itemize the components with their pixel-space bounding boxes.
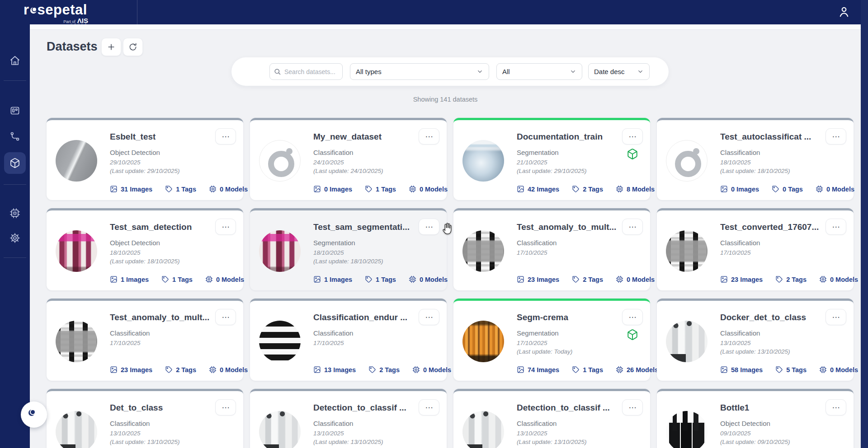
card-menu-button[interactable]: ⋯ [419, 219, 439, 235]
plus-icon [107, 42, 116, 51]
sidebar-item-settings[interactable] [4, 227, 26, 249]
tags-count: 2 Tags [786, 276, 807, 283]
tags-stat: 1 Tags [365, 185, 396, 193]
dataset-card[interactable]: Test_sam_detection ⋯ Object Detection 18… [47, 208, 243, 290]
card-menu-button[interactable]: ⋯ [419, 309, 439, 325]
dataset-card[interactable]: Detection_to_classif ... ⋯ Classificatio… [453, 389, 650, 448]
dataset-last-update: (Last update: 13/10/2025) [313, 439, 383, 445]
models-count: 26 Models [627, 366, 658, 373]
refresh-button[interactable] [123, 38, 143, 56]
dataset-type: Classification [110, 329, 150, 337]
card-menu-button[interactable]: ⋯ [215, 309, 236, 325]
add-dataset-button[interactable] [101, 38, 121, 56]
dataset-title: Detection_to_classif ... [313, 403, 406, 413]
scope-filter-select[interactable]: All [496, 63, 582, 80]
dataset-card[interactable]: Esbelt_test ⋯ Object Detection 29/10/202… [47, 118, 243, 200]
dataset-date: 29/10/2025 [110, 159, 141, 166]
type-filter-select[interactable]: All types [350, 63, 489, 80]
refresh-icon [128, 42, 137, 51]
dataset-card[interactable]: Detection_to_classif ... ⋯ Classificatio… [250, 389, 447, 448]
card-menu-button[interactable]: ⋯ [826, 399, 846, 415]
sidebar-item-models[interactable] [4, 202, 26, 224]
dataset-type: Classification [313, 149, 353, 156]
user-account-button[interactable] [836, 5, 852, 20]
sidebar-item-workflows[interactable] [4, 126, 26, 147]
images-stat: 74 Images [517, 366, 559, 373]
dataset-card[interactable]: Test_autoclassificat ... ⋯ Classificatio… [657, 118, 854, 200]
card-menu-button[interactable]: ⋯ [826, 309, 846, 325]
dataset-last-update: (Last update: 13/10/2025) [720, 348, 790, 355]
home-icon [9, 55, 20, 66]
search-box[interactable] [269, 63, 343, 80]
dataset-card[interactable]: Test_converted_17607... ⋯ Classification… [657, 208, 854, 290]
scrollbar[interactable] [861, 0, 868, 448]
dataset-type: Classification [110, 420, 150, 427]
tags-count: 1 Tags [376, 186, 396, 193]
dataset-card[interactable]: Documentation_train ⋯ Segmentation 21/10… [453, 118, 650, 200]
sort-select[interactable]: Date desc [588, 63, 650, 80]
floating-brand-button[interactable] [21, 401, 47, 428]
images-count: 0 Images [731, 186, 759, 193]
sort-value: Date desc [594, 68, 625, 75]
models-stat: 26 Models [616, 366, 658, 373]
card-menu-button[interactable]: ⋯ [215, 128, 236, 145]
dataset-title: Bottle1 [720, 403, 749, 413]
dataset-thumbnail [259, 411, 301, 448]
dataset-card[interactable]: Test_anomaly_to_mult... ⋯ Classification… [453, 208, 650, 290]
dataset-card[interactable]: Test_anomaly_to_mult... ⋯ Classification… [47, 299, 243, 381]
dataset-stats: 74 Images 1 Tags 26 Models [517, 366, 658, 373]
page-title: Datasets [47, 40, 98, 54]
dataset-type: Object Detection [110, 239, 160, 247]
chevron-down-icon [476, 68, 483, 75]
tag-icon [365, 185, 373, 193]
card-menu-button[interactable]: ⋯ [826, 128, 846, 145]
model-chip-icon [209, 366, 217, 373]
dataset-title: Test_anomaly_to_mult... [110, 313, 209, 322]
search-input[interactable] [284, 68, 339, 75]
dataset-type: Classification [313, 329, 353, 337]
images-count: 31 Images [121, 186, 152, 193]
cube-icon [9, 158, 20, 168]
dataset-card[interactable]: Segm-crema ⋯ Segmentation 17/10/2025 (La… [453, 299, 650, 381]
card-menu-button[interactable]: ⋯ [622, 128, 643, 145]
card-menu-button[interactable]: ⋯ [215, 399, 236, 415]
dataset-card[interactable]: Bottle1 ⋯ Object Detection 09/10/2025 (L… [657, 389, 854, 448]
card-menu-button[interactable]: ⋯ [622, 399, 643, 415]
tag-icon [572, 275, 580, 283]
chevron-down-icon [637, 68, 644, 75]
card-menu-button[interactable]: ⋯ [419, 399, 439, 415]
dataset-card[interactable]: Docker_det_to_class ⋯ Classification 13/… [657, 299, 854, 381]
dataset-thumbnail [259, 321, 301, 362]
card-menu-button[interactable]: ⋯ [215, 219, 236, 235]
dataset-thumbnail [462, 230, 504, 272]
models-count: 0 Models [627, 276, 655, 283]
models-stat: 0 Models [412, 366, 451, 373]
card-menu-button[interactable]: ⋯ [622, 309, 643, 325]
models-stat: 0 Models [816, 185, 854, 193]
filter-bar: All types All Date desc [231, 57, 669, 86]
card-menu-button[interactable]: ⋯ [419, 128, 439, 145]
sidebar-item-projects[interactable] [4, 100, 26, 121]
dataset-title: Esbelt_test [110, 132, 156, 142]
dataset-card[interactable]: Test_sam_segmentati... ⋯ Segmentation 18… [250, 208, 447, 290]
dataset-last-update: (Last update: 18/10/2025) [313, 258, 383, 265]
dataset-type: Object Detection [110, 149, 160, 156]
card-menu-button[interactable]: ⋯ [622, 219, 643, 235]
dataset-title: Test_anomaly_to_mult... [517, 222, 616, 232]
sidebar-item-home[interactable] [4, 50, 26, 71]
dataset-date: 18/10/2025 [313, 249, 344, 256]
dataset-thumbnail [462, 411, 504, 448]
dataset-card[interactable]: Classification_endur ... ⋯ Classificatio… [250, 299, 447, 381]
dataset-card[interactable]: Det_to_class ⋯ Classification 13/10/2025… [47, 389, 243, 448]
dataset-thumbnail [259, 230, 301, 272]
dataset-date: 21/10/2025 [517, 159, 547, 166]
images-count: 23 Images [121, 366, 152, 373]
dataset-last-update: (Last update: 18/10/2025) [720, 168, 790, 174]
sidebar-item-datasets[interactable] [4, 152, 26, 174]
card-menu-button[interactable]: ⋯ [826, 219, 846, 235]
dataset-date: 13/10/2025 [110, 430, 141, 437]
dataset-card[interactable]: My_new_dataset ⋯ Classification 24/10/20… [250, 118, 447, 200]
models-count: 0 Models [423, 366, 451, 373]
tags-count: 2 Tags [583, 276, 603, 283]
gear-icon [9, 233, 20, 243]
